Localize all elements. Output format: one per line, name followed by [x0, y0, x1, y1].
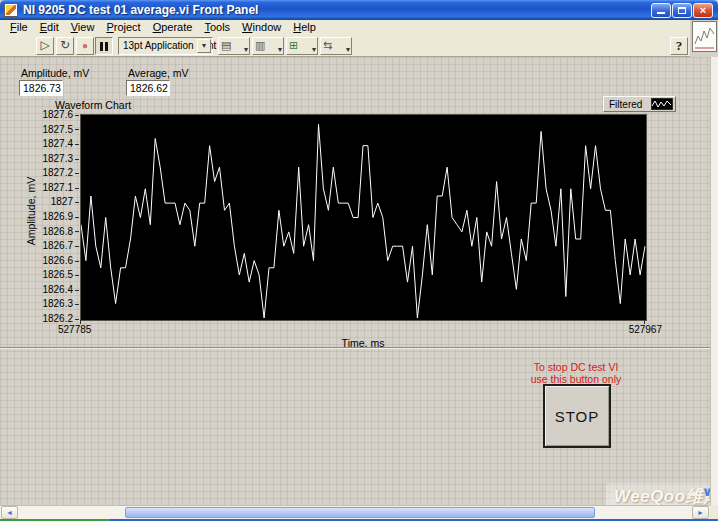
y-tick-label: 1827.6 [42, 110, 79, 120]
menu-item-edit[interactable]: Edit [34, 20, 65, 35]
vi-icon [692, 21, 717, 52]
menu-item-file[interactable]: File [4, 20, 34, 35]
pause-icon [100, 42, 108, 51]
stop-warning-line1: To stop DC test VI [511, 361, 641, 373]
legend-plot-name: Filtered [609, 98, 642, 111]
align-objects-icon: ▤ [221, 39, 231, 51]
y-tick-label: 1826.8 [42, 227, 79, 237]
close-icon: × [700, 4, 706, 16]
y-tick-label: 1826.3 [42, 299, 79, 309]
dropdown-arrow-icon: ▾ [312, 42, 316, 57]
menu-item-operate[interactable]: Operate [147, 20, 199, 35]
scrollbar-corner [710, 505, 718, 519]
context-help-button[interactable]: ? [670, 37, 688, 55]
stop-button[interactable]: STOP [543, 384, 611, 448]
scroll-left-button[interactable]: ◄ [1, 506, 18, 519]
y-tick-label: 1826.5 [42, 270, 79, 280]
y-tick-label: 1827.5 [42, 125, 79, 135]
legend-trace-icon [651, 98, 673, 110]
menu-item-help[interactable]: Help [287, 20, 322, 35]
stop-button-label: STOP [555, 408, 600, 425]
help-icon: ? [676, 38, 683, 53]
menu-item-window[interactable]: Window [236, 20, 287, 35]
reorder-icon: ⇆ [323, 39, 332, 51]
horizontal-scrollbar[interactable]: ◄ ► [0, 505, 710, 519]
resize-objects-button[interactable]: ⊞ ▾ [286, 37, 318, 55]
minimize-button[interactable] [651, 3, 671, 18]
menu-bar: FileEditViewProjectOperateToolsWindowHel… [0, 20, 690, 35]
toolbar: ▷ ↻ ● 13pt Application Font ▾ ▤ ▾ ▥ ▾ ⊞ … [0, 35, 690, 57]
labview-front-panel-window: { "window": { "title": "NI 9205 DC test … [0, 0, 718, 521]
y-tick-label: 1826.4 [42, 285, 79, 295]
run-continuously-button[interactable]: ↻ [56, 37, 74, 55]
abort-button[interactable]: ● [76, 37, 94, 55]
scroll-left-icon: ◄ [6, 509, 13, 516]
chart-plot-area [80, 114, 647, 321]
panel-divider-line [0, 347, 718, 349]
y-axis-ticks: 1827.61827.51827.41827.31827.21827.11827… [0, 114, 79, 319]
y-tick-label: 1826.2 [42, 314, 79, 324]
y-tick-label: 1826.9 [42, 212, 79, 222]
waveform-svg [81, 115, 646, 320]
title-bar: NI 9205 DC test 01 average.vi Front Pane… [0, 0, 718, 20]
minimize-icon [657, 12, 665, 14]
y-tick-label: 1827.3 [42, 154, 79, 164]
horizontal-scrollbar-thumb[interactable] [125, 507, 595, 518]
menu-item-tools[interactable]: Tools [198, 20, 236, 35]
dropdown-arrow-icon: ▾ [278, 42, 282, 57]
y-tick-label: 1826.6 [42, 256, 79, 266]
restore-button[interactable] [672, 3, 692, 18]
scroll-right-icon: ► [697, 509, 704, 516]
x-axis-max-label: 527967 [616, 324, 662, 335]
y-tick-label: 1827.4 [42, 139, 79, 149]
amplitude-indicator-label: Amplitude, mV [21, 67, 89, 79]
close-button[interactable]: × [693, 3, 713, 18]
distribute-objects-icon: ▥ [255, 39, 265, 51]
font-selector[interactable]: 13pt Application Font ▾ [118, 37, 213, 55]
run-icon: ▷ [40, 38, 49, 52]
average-indicator-value: 1826.62 [126, 80, 170, 96]
chart-legend[interactable]: Filtered [603, 96, 676, 112]
abort-icon: ● [82, 40, 88, 51]
amplitude-indicator-value: 1826.73 [19, 80, 63, 96]
window-title: NI 9205 DC test 01 average.vi Front Pane… [23, 3, 258, 17]
pause-button[interactable] [95, 37, 113, 55]
font-dropdown-arrow-icon[interactable]: ▾ [197, 39, 211, 53]
y-tick-label: 1827 [51, 197, 79, 207]
reorder-button[interactable]: ⇆ ▾ [320, 37, 352, 55]
y-tick-label: 1826.7 [42, 241, 79, 251]
vertical-scrollbar[interactable] [710, 57, 718, 505]
x-axis-min-label: 527785 [58, 324, 91, 335]
y-tick-label: 1827.1 [42, 183, 79, 193]
vi-icon-waveform-sketch [693, 22, 716, 51]
dropdown-arrow-icon: ▾ [244, 42, 248, 57]
restore-icon [678, 7, 686, 14]
distribute-objects-button[interactable]: ▥ ▾ [252, 37, 284, 55]
dropdown-arrow-icon: ▾ [346, 42, 350, 57]
run-button[interactable]: ▷ [36, 37, 54, 55]
average-indicator-label: Average, mV [128, 67, 189, 79]
align-objects-button[interactable]: ▤ ▾ [218, 37, 250, 55]
y-tick-label: 1827.2 [42, 168, 79, 178]
run-continuous-icon: ↻ [60, 38, 70, 52]
waveform-trace [81, 124, 645, 318]
resize-objects-icon: ⊞ [289, 39, 298, 51]
labview-app-icon [4, 3, 18, 17]
menu-item-project[interactable]: Project [100, 20, 146, 35]
menu-item-view[interactable]: View [65, 20, 101, 35]
scroll-right-button[interactable]: ► [692, 506, 709, 519]
